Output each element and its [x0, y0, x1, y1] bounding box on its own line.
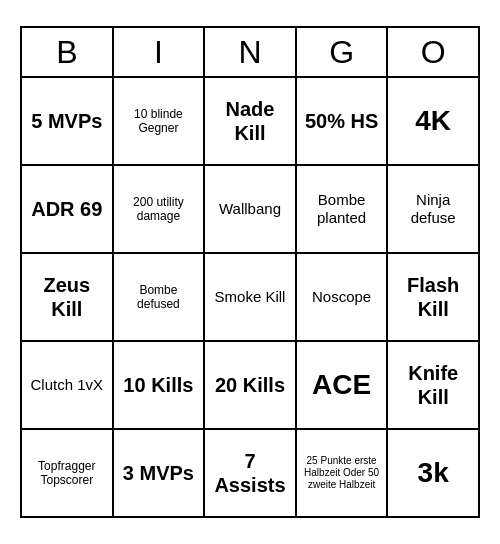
- bingo-cell-3[interactable]: 50% HS: [297, 78, 389, 166]
- bingo-cell-13[interactable]: Noscope: [297, 254, 389, 342]
- bingo-cell-1[interactable]: 10 blinde Gegner: [114, 78, 206, 166]
- bingo-cell-9[interactable]: Ninja defuse: [388, 166, 480, 254]
- bingo-cell-22[interactable]: 7 Assists: [205, 430, 297, 518]
- header-n: N: [205, 28, 297, 78]
- bingo-card: B I N G O 5 MVPs10 blinde GegnerNade Kil…: [10, 16, 490, 528]
- bingo-cell-10[interactable]: Zeus Kill: [22, 254, 114, 342]
- bingo-cell-6[interactable]: 200 utility damage: [114, 166, 206, 254]
- bingo-cell-19[interactable]: Knife Kill: [388, 342, 480, 430]
- bingo-cell-18[interactable]: ACE: [297, 342, 389, 430]
- bingo-cell-16[interactable]: 10 Kills: [114, 342, 206, 430]
- bingo-cell-15[interactable]: Clutch 1vX: [22, 342, 114, 430]
- header-b: B: [22, 28, 114, 78]
- header-i: I: [114, 28, 206, 78]
- bingo-cell-4[interactable]: 4K: [388, 78, 480, 166]
- bingo-cell-11[interactable]: Bombe defused: [114, 254, 206, 342]
- header-g: G: [297, 28, 389, 78]
- bingo-cell-17[interactable]: 20 Kills: [205, 342, 297, 430]
- bingo-cell-23[interactable]: 25 Punkte erste Halbzeit Oder 50 zweite …: [297, 430, 389, 518]
- bingo-cell-8[interactable]: Bombe planted: [297, 166, 389, 254]
- bingo-cell-12[interactable]: Smoke Kill: [205, 254, 297, 342]
- bingo-cell-7[interactable]: Wallbang: [205, 166, 297, 254]
- bingo-cell-2[interactable]: Nade Kill: [205, 78, 297, 166]
- bingo-cell-21[interactable]: 3 MVPs: [114, 430, 206, 518]
- bingo-cell-14[interactable]: Flash Kill: [388, 254, 480, 342]
- bingo-grid: 5 MVPs10 blinde GegnerNade Kill50% HS4KA…: [20, 78, 480, 518]
- bingo-cell-0[interactable]: 5 MVPs: [22, 78, 114, 166]
- bingo-cell-20[interactable]: Topfragger Topscorer: [22, 430, 114, 518]
- bingo-header: B I N G O: [20, 26, 480, 78]
- header-o: O: [388, 28, 480, 78]
- bingo-cell-5[interactable]: ADR 69: [22, 166, 114, 254]
- bingo-cell-24[interactable]: 3k: [388, 430, 480, 518]
